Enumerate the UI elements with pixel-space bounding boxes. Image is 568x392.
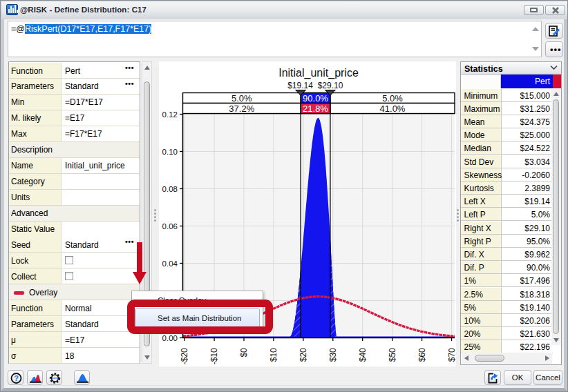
svg-text:$0: $0 (239, 348, 249, 357)
svg-text:5.0%: 5.0% (231, 93, 252, 104)
svg-text:5.0%: 5.0% (382, 93, 403, 104)
svg-text:0.00: 0.00 (162, 334, 178, 342)
svg-text:$29.10: $29.10 (318, 81, 343, 90)
svg-text:-$10: -$10 (209, 348, 219, 364)
svg-text:37.2%: 37.2% (229, 104, 254, 114)
svg-text:$10: $10 (269, 348, 278, 362)
svg-text:0.08: 0.08 (162, 185, 178, 193)
svg-text:$30: $30 (328, 348, 338, 362)
svg-text:$50: $50 (388, 348, 397, 362)
svg-text:21.8%: 21.8% (303, 104, 328, 114)
svg-text:-$20: -$20 (180, 348, 189, 364)
svg-text:$70: $70 (447, 348, 456, 362)
svg-text:?: ? (14, 374, 19, 382)
svg-text:0.06: 0.06 (162, 222, 178, 231)
svg-text:$40: $40 (358, 348, 368, 362)
svg-text:Initial_unit_price: Initial_unit_price (278, 67, 359, 79)
svg-text:$20: $20 (299, 348, 308, 362)
svg-text:90.0%: 90.0% (303, 93, 328, 104)
svg-text:$60: $60 (417, 348, 427, 362)
svg-text:0.10: 0.10 (162, 148, 178, 156)
svg-text:0.12: 0.12 (162, 110, 178, 119)
svg-text:0.04: 0.04 (162, 259, 178, 268)
svg-text:41.0%: 41.0% (380, 104, 406, 114)
svg-text:$19.14: $19.14 (287, 81, 313, 90)
